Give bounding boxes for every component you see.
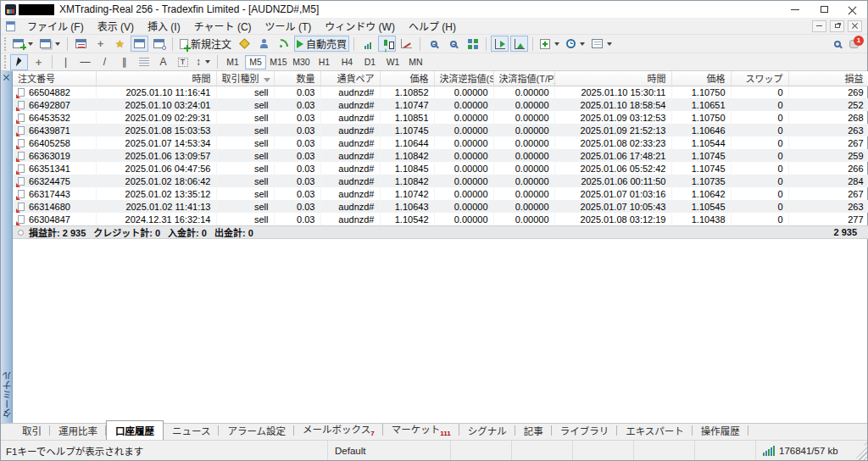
column-header[interactable]: 決済逆指値(S... — [434, 71, 493, 86]
column-header[interactable]: スワップ — [731, 71, 788, 86]
bottom-tab[interactable]: アラーム設定 — [219, 421, 294, 440]
close-button[interactable] — [838, 1, 867, 18]
timeframe-button[interactable]: M1 — [222, 55, 243, 69]
search-icon[interactable] — [834, 41, 841, 47]
notifications-button[interactable]: 1 — [849, 40, 859, 48]
table-row[interactable]: 66492807 2025.01.10 03:24:01 sell 0.03 a… — [13, 98, 868, 111]
table-row[interactable]: 66405258 2025.01.07 14:53:34 sell 0.03 a… — [13, 136, 868, 149]
child-close-button[interactable] — [848, 20, 862, 32]
table-row[interactable]: 66304847 2024.12.31 16:32:14 sell 0.03 a… — [13, 213, 868, 225]
strategy-tester-button[interactable] — [150, 36, 168, 52]
column-header[interactable]: 損益 — [788, 71, 868, 86]
bottom-tab[interactable]: ニュース — [164, 421, 219, 440]
table-row[interactable]: 66317443 2025.01.02 13:35:12 sell 0.03 a… — [13, 187, 868, 200]
column-header[interactable]: 通貨ペア — [320, 71, 380, 86]
bottom-tab[interactable]: 口座履歴 — [106, 420, 164, 440]
text-button[interactable]: A — [154, 54, 172, 70]
bottom-tab[interactable]: シグナル — [459, 421, 515, 440]
column-header[interactable]: 数量 — [274, 71, 320, 86]
templates-button[interactable] — [589, 36, 615, 52]
bottom-tab[interactable]: 操作履歴 — [693, 421, 748, 440]
text-label-button[interactable]: T — [174, 54, 192, 70]
market-watch-button[interactable] — [72, 36, 90, 52]
candlestick-button[interactable] — [378, 36, 396, 52]
cell-close-price: 1.10735 — [671, 175, 731, 187]
column-header[interactable]: 価格 — [380, 71, 434, 86]
column-header[interactable]: 価格 — [671, 71, 731, 86]
table-row[interactable]: 66351341 2025.01.06 04:47:56 sell 0.03 a… — [13, 162, 868, 175]
toolbar-grip[interactable] — [4, 37, 8, 51]
auto-scroll-button[interactable] — [491, 36, 509, 52]
timeframe-button[interactable]: M30 — [291, 55, 312, 69]
chart-shift-button[interactable] — [510, 36, 528, 52]
minimize-button[interactable] — [781, 1, 810, 18]
autotrading-button[interactable]: 自動売買 — [294, 36, 349, 52]
status-profile[interactable]: Default — [327, 441, 450, 460]
timeframe-button[interactable]: D1 — [359, 55, 381, 69]
periods-button[interactable] — [564, 36, 587, 52]
menu-item[interactable]: 表示 (V) — [91, 17, 141, 35]
crosshair-button[interactable]: + — [30, 54, 47, 70]
horizontal-line-button[interactable]: — — [76, 54, 94, 70]
menu-item[interactable]: チャート (C) — [187, 17, 259, 35]
profiles-button[interactable] — [37, 36, 63, 52]
table-row[interactable]: 66314680 2025.01.02 11:41:13 sell 0.03 a… — [13, 200, 868, 213]
tile-windows-button[interactable] — [464, 36, 481, 52]
timeframe-button[interactable]: M5 — [245, 55, 266, 69]
menu-item[interactable]: ヘルプ (H) — [402, 17, 463, 35]
timeframe-button[interactable]: W1 — [382, 55, 403, 69]
timeframe-button[interactable]: H1 — [314, 55, 335, 69]
table-row[interactable]: 66453532 2025.01.09 02:29:31 sell 0.03 a… — [13, 111, 868, 124]
zoom-out-button[interactable] — [444, 36, 462, 52]
table-row[interactable]: 66439871 2025.01.08 15:03:53 sell 0.03 a… — [13, 124, 868, 136]
depth-of-market-button[interactable] — [236, 36, 253, 52]
menu-item[interactable]: ツール (T) — [259, 17, 319, 35]
child-restore-button[interactable] — [830, 20, 844, 32]
community-button[interactable] — [255, 36, 273, 52]
child-minimize-button[interactable] — [812, 20, 826, 32]
menu-item[interactable]: ファイル (F) — [20, 17, 91, 35]
timeframe-button[interactable]: MN — [405, 55, 426, 69]
column-header[interactable]: 決済指値(T/P) — [493, 71, 554, 86]
timeframe-button[interactable]: M15 — [268, 55, 289, 69]
bottom-tab[interactable]: マーケット111 — [383, 419, 459, 440]
line-chart-button[interactable] — [398, 36, 415, 52]
column-header[interactable]: 取引種別 — [216, 71, 274, 86]
bottom-tab[interactable]: ライブラリ — [552, 421, 618, 440]
toolbar-grip[interactable] — [4, 55, 8, 69]
new-order-button[interactable]: 新規注文 — [177, 36, 234, 52]
terminal-close-icon[interactable] — [3, 75, 9, 81]
terminal-button[interactable] — [131, 36, 148, 52]
column-header[interactable]: 注文番号 — [13, 71, 96, 86]
shapes-button[interactable]: ↕ — [193, 54, 213, 70]
bottom-tab[interactable]: 取引 — [14, 421, 50, 440]
fibonacci-button[interactable] — [135, 54, 153, 70]
table-row[interactable]: 66363019 2025.01.06 13:09:57 sell 0.03 a… — [13, 149, 868, 162]
cell-order-number: 66405258 — [13, 136, 96, 149]
cursor-button[interactable] — [10, 54, 28, 70]
maximize-button[interactable] — [810, 1, 838, 18]
bottom-tab[interactable]: エキスパート — [617, 421, 693, 440]
bottom-tab[interactable]: 運用比率 — [50, 421, 106, 440]
vertical-line-button[interactable]: | — [57, 54, 75, 70]
table-row[interactable]: 66324475 2025.01.02 18:06:42 sell 0.03 a… — [13, 175, 868, 187]
bottom-tab[interactable]: 記事 — [515, 421, 552, 440]
signals-button[interactable] — [275, 36, 292, 52]
data-window-button[interactable]: + — [92, 36, 109, 52]
timeframe-button[interactable]: H4 — [337, 55, 358, 69]
cell-close-price: 1.10750 — [671, 111, 731, 124]
column-header[interactable]: 時間 — [554, 71, 671, 86]
column-header[interactable]: 時間 — [96, 71, 216, 86]
menu-item[interactable]: ウィンドウ (W) — [318, 17, 402, 35]
table-row[interactable]: 66504882 2025.01.10 11:16:41 sell 0.03 a… — [13, 86, 868, 98]
bottom-tab[interactable]: メールボックス7 — [294, 419, 383, 440]
new-chart-button[interactable] — [10, 36, 36, 52]
indicators-button[interactable] — [537, 36, 562, 52]
trendline-button[interactable]: / — [96, 54, 114, 70]
zoom-in-button[interactable] — [425, 36, 442, 52]
navigator-button[interactable]: ★ — [111, 36, 129, 52]
channel-button[interactable]: ∥ — [115, 54, 133, 70]
bar-chart-button[interactable] — [359, 36, 376, 52]
menu-item[interactable]: 挿入 (I) — [141, 17, 187, 35]
resize-grip[interactable] — [855, 441, 867, 460]
